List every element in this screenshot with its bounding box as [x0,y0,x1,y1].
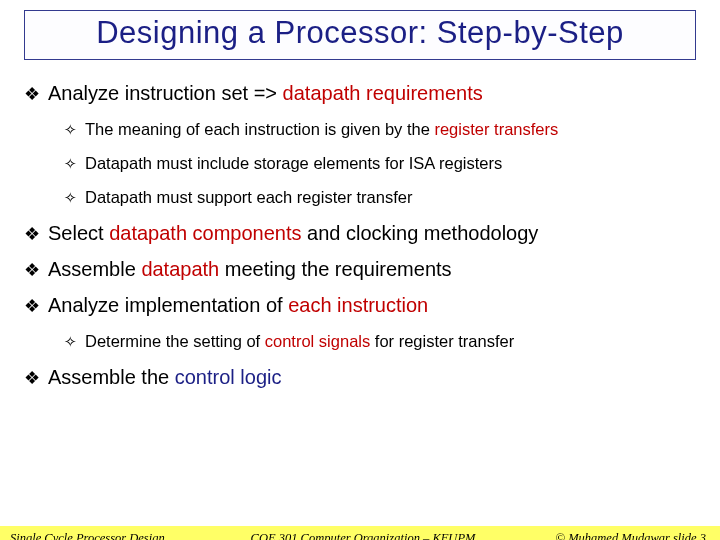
bullet-text: Select datapath components and clocking … [48,222,538,245]
bullet-text: Datapath must support each register tran… [85,188,412,207]
text-plain: Determine the setting of [85,332,265,350]
text-highlight: each instruction [288,294,428,316]
bullet-text: Datapath must include storage elements f… [85,154,502,173]
slide: Designing a Processor: Step-by-Step ❖ An… [0,10,720,540]
text-plain: Select [48,222,109,244]
bullet-1c: ✧ Datapath must support each register tr… [64,188,700,208]
bullet-1a: ✧ The meaning of each instruction is giv… [64,120,700,140]
slide-title: Designing a Processor: Step-by-Step [96,15,624,50]
bullet-2: ❖ Select datapath components and clockin… [24,222,700,246]
diamond-open-icon: ✧ [64,332,77,352]
bullet-1b: ✧ Datapath must include storage elements… [64,154,700,174]
text-plain: Analyze instruction set => [48,82,283,104]
text-plain: Assemble [48,258,141,280]
bullet-4: ❖ Analyze implementation of each instruc… [24,294,700,318]
text-plain: The meaning of each instruction is given… [85,120,434,138]
content-area: ❖ Analyze instruction set => datapath re… [0,60,720,390]
text-highlight: control logic [175,366,282,388]
diamond-open-icon: ✧ [64,154,77,174]
bullet-text: Analyze implementation of each instructi… [48,294,428,317]
text-highlight: register transfers [434,120,558,138]
diamond-open-icon: ✧ [64,188,77,208]
diamond-open-icon: ✧ [64,120,77,140]
bullet-text: Analyze instruction set => datapath requ… [48,82,483,105]
footer-center: COE 301 Computer Organization – KFUPM [220,531,506,541]
bullet-1: ❖ Analyze instruction set => datapath re… [24,82,700,106]
footer-bar: Single Cycle Processor Design COE 301 Co… [0,526,720,540]
text-highlight: datapath requirements [283,82,483,104]
bullet-4a: ✧ Determine the setting of control signa… [64,332,700,352]
text-plain: and clocking methodology [302,222,539,244]
footer-left: Single Cycle Processor Design [0,531,220,541]
text-highlight: datapath [141,258,219,280]
text-plain: Assemble the [48,366,175,388]
text-plain: for register transfer [370,332,514,350]
bullet-5: ❖ Assemble the control logic [24,366,700,390]
diamond-icon: ❖ [24,294,40,318]
bullet-3: ❖ Assemble datapath meeting the requirem… [24,258,700,282]
diamond-icon: ❖ [24,366,40,390]
bullet-text: The meaning of each instruction is given… [85,120,558,139]
text-plain: meeting the requirements [219,258,451,280]
text-plain: Analyze implementation of [48,294,288,316]
diamond-icon: ❖ [24,82,40,106]
title-box: Designing a Processor: Step-by-Step [24,10,696,60]
diamond-icon: ❖ [24,258,40,282]
bullet-text: Assemble datapath meeting the requiremen… [48,258,452,281]
diamond-icon: ❖ [24,222,40,246]
text-highlight: control signals [265,332,370,350]
text-highlight: datapath components [109,222,301,244]
bullet-text: Assemble the control logic [48,366,281,389]
footer-right: © Muhamed Mudawar slide 3 [506,531,720,541]
bullet-text: Determine the setting of control signals… [85,332,514,351]
